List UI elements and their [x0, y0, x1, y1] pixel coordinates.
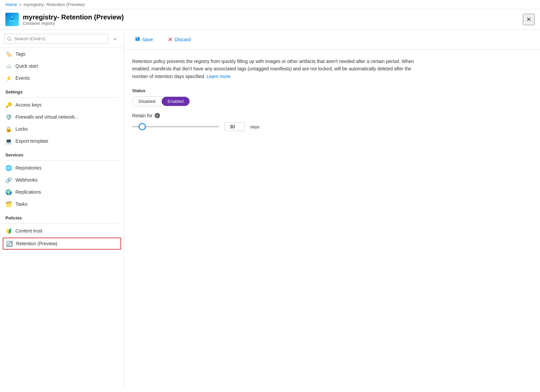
sidebar-item-export-template[interactable]: 💻 Export template	[0, 135, 124, 147]
sidebar-item-label: Locks	[15, 126, 28, 132]
status-section-title: Status	[132, 88, 532, 93]
svg-point-2	[11, 17, 13, 18]
sidebar: « 🏷️ Tags ☁️ Quick start ⚡ Events Settin…	[0, 30, 124, 388]
retention-icon: 🔄	[6, 240, 13, 247]
sidebar-item-webhooks[interactable]: 🔗 Webhooks	[0, 174, 124, 186]
access-keys-icon: 🔑	[5, 102, 12, 108]
search-input[interactable]	[4, 34, 108, 44]
save-icon	[135, 36, 140, 43]
days-unit-label: days	[250, 124, 259, 129]
main-layout: « 🏷️ Tags ☁️ Quick start ⚡ Events Settin…	[0, 30, 540, 388]
discard-icon: ✕	[168, 36, 173, 43]
sidebar-item-label: Tasks	[15, 201, 28, 207]
sidebar-item-label: Content trust	[15, 228, 42, 234]
content-trust-icon: 🔰	[5, 227, 12, 234]
retain-for-label: Retain for i	[132, 113, 532, 118]
replications-icon: 🌍	[5, 189, 12, 195]
sidebar-item-label: Access keys	[15, 102, 42, 108]
breadcrumb: Home > myregistry- Retention (Preview)	[0, 0, 540, 9]
services-section-label: Services	[0, 147, 124, 159]
sidebar-item-replications[interactable]: 🌍 Replications	[0, 186, 124, 198]
days-input[interactable]	[225, 122, 245, 131]
sidebar-item-label: Tags	[15, 51, 25, 57]
services-divider	[5, 160, 118, 160]
tags-icon: 🏷️	[5, 51, 12, 57]
learn-more-link[interactable]: Learn more	[207, 74, 231, 79]
sidebar-item-quick-start[interactable]: ☁️ Quick start	[0, 60, 124, 72]
sidebar-collapse-btn[interactable]: «	[110, 34, 120, 44]
page-subtitle: Container registry	[23, 21, 124, 26]
content-area: Save ✕ Discard Retention policy prevents…	[124, 30, 540, 388]
discard-label: Discard	[175, 37, 191, 42]
breadcrumb-sep: >	[19, 2, 22, 7]
repositories-icon: 🌐	[5, 165, 12, 171]
breadcrumb-current: myregistry- Retention (Preview)	[23, 2, 85, 7]
top-bar: myregistry- Retention (Preview) Containe…	[0, 9, 540, 30]
svg-point-0	[9, 20, 15, 22]
quick-start-icon: ☁️	[5, 63, 12, 69]
sidebar-item-tags[interactable]: 🏷️ Tags	[0, 48, 124, 60]
sidebar-item-repositories[interactable]: 🌐 Repositories	[0, 162, 124, 174]
top-bar-text: myregistry- Retention (Preview) Containe…	[23, 13, 124, 26]
save-label: Save	[142, 37, 153, 42]
sidebar-item-label: Firewalls and virtual network...	[15, 114, 78, 120]
events-icon: ⚡	[5, 75, 12, 81]
slider-container	[132, 123, 219, 130]
close-button[interactable]: ✕	[523, 14, 535, 25]
sidebar-item-content-trust[interactable]: 🔰 Content trust	[0, 225, 124, 237]
sidebar-item-label: Export template	[15, 138, 48, 144]
content-body: Retention policy prevents the registry f…	[124, 50, 540, 139]
sidebar-item-label: Retention (Preview)	[16, 241, 57, 246]
sidebar-item-label: Replications	[15, 189, 41, 195]
sidebar-item-label: Webhooks	[15, 177, 38, 183]
webhooks-icon: 🔗	[5, 177, 12, 183]
toggle-enabled[interactable]: Enabled	[162, 97, 190, 106]
sidebar-item-label: Repositories	[15, 165, 42, 171]
settings-divider	[5, 97, 118, 97]
sidebar-item-events[interactable]: ⚡ Events	[0, 72, 124, 84]
firewalls-icon: 🛡️	[5, 114, 12, 120]
page-title: myregistry- Retention (Preview)	[23, 13, 124, 21]
sidebar-item-firewalls[interactable]: 🛡️ Firewalls and virtual network...	[0, 111, 124, 123]
description-main: Retention policy prevents the registry f…	[132, 59, 414, 79]
info-icon[interactable]: i	[155, 113, 160, 118]
retention-slider[interactable]	[132, 126, 219, 127]
tasks-icon: 🗂️	[5, 201, 12, 207]
policies-divider	[5, 223, 118, 223]
sidebar-search-container: «	[0, 30, 124, 48]
description-text: Retention policy prevents the registry f…	[132, 58, 421, 80]
content-toolbar: Save ✕ Discard	[124, 30, 540, 50]
discard-button[interactable]: ✕ Discard	[164, 34, 195, 45]
sidebar-item-tasks[interactable]: 🗂️ Tasks	[0, 198, 124, 210]
toggle-disabled[interactable]: Disabled	[132, 97, 162, 106]
save-button[interactable]: Save	[131, 34, 157, 45]
sidebar-item-locks[interactable]: 🔒 Locks	[0, 123, 124, 135]
slider-row: days	[132, 122, 532, 131]
export-template-icon: 💻	[5, 138, 12, 144]
status-toggle[interactable]: Disabled Enabled	[132, 96, 190, 106]
locks-icon: 🔒	[5, 126, 12, 132]
top-bar-left: myregistry- Retention (Preview) Containe…	[5, 13, 124, 26]
breadcrumb-home[interactable]: Home	[5, 2, 17, 7]
app-icon	[5, 13, 19, 26]
sidebar-item-label: Quick start	[15, 63, 38, 69]
settings-section-label: Settings	[0, 84, 124, 96]
sidebar-item-retention[interactable]: 🔄 Retention (Preview)	[3, 238, 121, 250]
sidebar-item-access-keys[interactable]: 🔑 Access keys	[0, 99, 124, 111]
policies-section-label: Policies	[0, 210, 124, 222]
sidebar-item-label: Events	[15, 75, 30, 81]
